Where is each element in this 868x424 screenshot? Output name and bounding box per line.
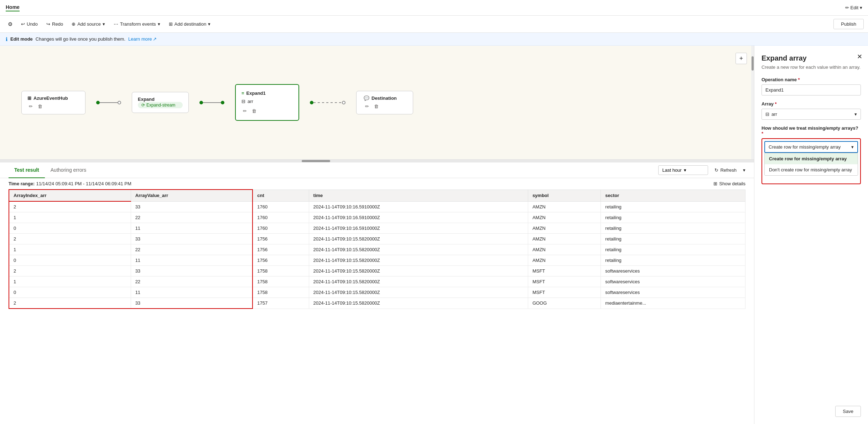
table-row: 23317602024-11-14T09:10:16.5910000ZAMZNr…	[9, 201, 745, 212]
azure-icon: ⊞	[27, 95, 31, 101]
table-cell: retailing	[601, 212, 745, 223]
expand1-node-title: ≡ Expand1	[241, 91, 293, 96]
add-node-button[interactable]: +	[736, 53, 747, 64]
destination-edit-button[interactable]: ✏	[364, 103, 370, 110]
expand-node-title: Expand	[138, 97, 183, 102]
save-button[interactable]: Save	[835, 406, 861, 417]
table-row: 12217602024-11-14T09:10:16.5910000ZAMZNr…	[9, 212, 745, 223]
missing-label: How should we treat missing/empty arrays…	[762, 125, 861, 136]
data-table: ArrayIndex_arr ArrayValue_arr cnt time s…	[0, 189, 754, 424]
canvas-horizontal-scrollbar[interactable]	[0, 160, 754, 162]
canvas-scrollbar-thumb-h	[302, 160, 330, 162]
option-dont-create-row[interactable]: Don't create row for missing/empty array	[765, 164, 858, 175]
table-row: 23317562024-11-14T09:10:15.5820000ZAMZNr…	[9, 234, 745, 244]
table-cell: softwareservices	[601, 287, 745, 298]
destination-delete-button[interactable]: 🗑	[373, 103, 380, 110]
destination-node-actions: ✏ 🗑	[364, 103, 406, 110]
table-cell: 2	[9, 298, 131, 309]
add-destination-icon: ⊞	[169, 21, 173, 27]
missing-select[interactable]: Create row for missing/empty array ▾	[764, 141, 858, 153]
table-cell: 33	[131, 298, 253, 309]
plus-icon: +	[739, 55, 743, 62]
array-select[interactable]: ⊟ arr ▾	[762, 109, 861, 120]
add-source-button[interactable]: ⊕ Add source ▾	[68, 20, 109, 28]
node-expand1[interactable]: ≡ Expand1 ⊟ arr ✏ 🗑	[235, 84, 299, 121]
connector-dot-5	[310, 101, 313, 104]
table-cell: 1757	[253, 298, 309, 309]
settings-button[interactable]: ⚙	[4, 20, 16, 29]
node-expand[interactable]: Expand ⟳ Expand-stream	[132, 92, 189, 113]
publish-button[interactable]: Publish	[833, 19, 864, 29]
array-select-icon: ⊟	[765, 112, 769, 117]
table-row: 23317582024-11-14T09:10:15.5820000ZMSFTs…	[9, 266, 745, 276]
add-destination-button[interactable]: ⊞ Add destination ▾	[165, 20, 214, 28]
expand1-edit-button[interactable]: ✏	[241, 108, 248, 114]
refresh-button[interactable]: ↻ Refresh	[711, 166, 740, 175]
learn-more-link[interactable]: Learn more ↗	[128, 36, 156, 42]
option-create-row[interactable]: Create row for missing/empty array	[765, 153, 858, 164]
azure-delete-button[interactable]: 🗑	[36, 103, 44, 110]
tab-test-result[interactable]: Test result	[9, 162, 45, 178]
time-range-select[interactable]: Last hour ▾	[658, 165, 708, 175]
expand1-delete-button[interactable]: 🗑	[250, 108, 258, 114]
table-cell: 2	[9, 234, 131, 244]
table-cell: 11	[131, 223, 253, 234]
table-cell: 22	[131, 276, 253, 287]
table-cell: AMZN	[528, 201, 601, 212]
table-cell: 2024-11-14T09:10:16.5910000Z	[309, 212, 528, 223]
table-row: 01117602024-11-14T09:10:16.5910000ZAMZNr…	[9, 223, 745, 234]
table-row: 12217562024-11-14T09:10:15.5820000ZAMZNr…	[9, 244, 745, 255]
th-arrayindex: ArrayIndex_arr	[9, 190, 131, 201]
missing-dropdown-container: Create row for missing/empty array ▾ Cre…	[762, 138, 861, 184]
node-azure-event-hub[interactable]: ⊞ AzureEventHub ✏ 🗑	[21, 91, 85, 114]
array-select-inner: ⊟ arr	[765, 112, 777, 117]
th-sector: sector	[601, 190, 745, 201]
redo-button[interactable]: ↪ Redo	[43, 20, 67, 28]
operation-name-input[interactable]	[762, 84, 861, 95]
table-cell: retailing	[601, 255, 745, 266]
node-destination[interactable]: 💬 Destination ✏ 🗑	[356, 91, 413, 114]
table-cell: 1756	[253, 255, 309, 266]
info-message: Changes will go live once you publish th…	[36, 36, 125, 42]
table-header-row: ArrayIndex_arr ArrayValue_arr cnt time s…	[9, 190, 745, 201]
time-range-row: Time range: 11/14/24 05:09:41 PM - 11/14…	[0, 178, 754, 189]
flow-nodes: ⊞ AzureEventHub ✏ 🗑	[0, 46, 754, 159]
table-cell: 2024-11-14T09:10:15.5820000Z	[309, 244, 528, 255]
transform-events-button[interactable]: ⋯ Transform events ▾	[110, 20, 164, 28]
table-cell: AMZN	[528, 223, 601, 234]
connector-dot-6	[342, 101, 345, 104]
table-cell: 1	[9, 212, 131, 223]
connector-dot-4	[221, 101, 224, 104]
edit-button[interactable]: ✏ Edit ▾	[845, 5, 862, 10]
external-link-icon: ↗	[153, 36, 157, 42]
undo-icon: ↩	[21, 21, 25, 27]
table-cell: 33	[131, 201, 253, 212]
table-cell: 1758	[253, 287, 309, 298]
undo-button[interactable]: ↩ Undo	[17, 20, 41, 28]
expand-stream-icon: ⟳	[141, 103, 145, 108]
table-cell: 1	[9, 276, 131, 287]
settings-icon: ⚙	[8, 21, 12, 27]
th-cnt: cnt	[253, 190, 309, 201]
canvas-vertical-scrollbar[interactable]	[751, 46, 754, 159]
table-cell: 2	[9, 201, 131, 212]
results-table: ArrayIndex_arr ArrayValue_arr cnt time s…	[9, 189, 745, 309]
table-cell: 2024-11-14T09:10:16.5910000Z	[309, 201, 528, 212]
arrow-2	[203, 102, 221, 103]
tab-authoring-errors[interactable]: Authoring errors	[45, 162, 92, 178]
table-cell: 1760	[253, 212, 309, 223]
canvas-scrollbar-thumb	[752, 56, 754, 71]
missing-chevron-icon: ▾	[851, 144, 854, 150]
azure-node-actions: ✏ 🗑	[27, 103, 79, 110]
add-source-chevron-icon: ▾	[103, 21, 105, 27]
table-cell: 1	[9, 244, 131, 255]
canvas-area: ⊞ AzureEventHub ✏ 🗑	[0, 46, 754, 424]
table-cell: 2024-11-14T09:10:15.5820000Z	[309, 266, 528, 276]
table-cell: AMZN	[528, 212, 601, 223]
panel-close-button[interactable]: ✕	[857, 53, 862, 61]
show-details-icon: ⊞	[713, 181, 717, 186]
show-details-button[interactable]: ⊞ Show details	[713, 181, 745, 186]
table-cell: AMZN	[528, 234, 601, 244]
azure-edit-button[interactable]: ✏	[27, 103, 34, 110]
refresh-chevron-button[interactable]: ▾	[743, 167, 745, 173]
